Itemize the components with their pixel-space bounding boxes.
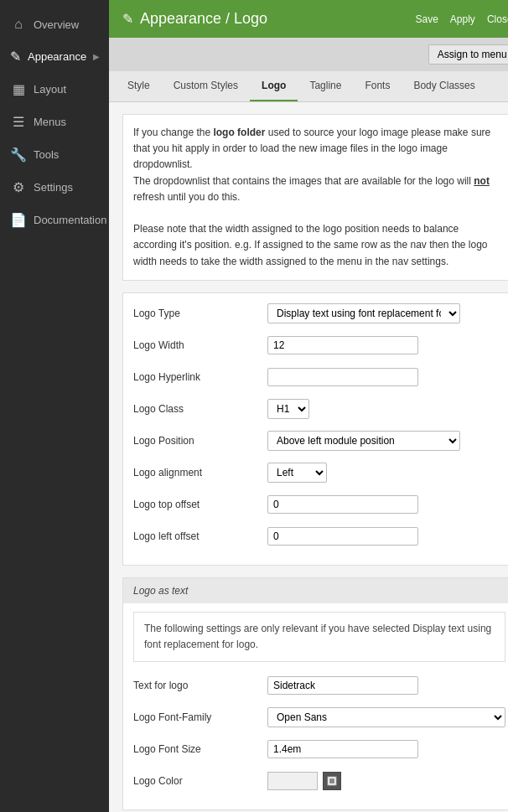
color-picker-icon [327, 776, 337, 786]
tabs-bar: Style Custom Styles Logo Tagline Fonts B… [109, 71, 508, 102]
logo-left-offset-row: Logo left offset [133, 525, 505, 548]
sidebar-item-documentation[interactable]: 📄 Documentation [0, 204, 109, 236]
info-line1-bold: logo folder [213, 127, 265, 138]
logo-left-offset-input[interactable] [267, 527, 418, 546]
color-picker-button[interactable] [323, 772, 341, 790]
logo-width-row: Logo Width [133, 334, 505, 357]
logo-hyperlink-label: Logo Hyperlink [133, 371, 267, 383]
tab-body-classes[interactable]: Body Classes [402, 71, 486, 101]
logo-type-control: Display text using font replacement for … [267, 303, 505, 323]
sidebar-item-settings[interactable]: ⚙ Settings [0, 171, 109, 204]
logo-font-size-row: Logo Font Size [133, 737, 505, 761]
logo-type-select[interactable]: Display text using font replacement for … [267, 303, 460, 323]
info-line2-pre: The dropdownlist that contains the image… [133, 175, 474, 187]
logo-alignment-row: Logo alignment LeftCenterRight [133, 461, 505, 484]
logo-top-offset-control [267, 495, 505, 514]
logo-text-section: Logo as text The following settings are … [122, 577, 508, 810]
close-button[interactable]: Close [484, 12, 508, 27]
assign-to-menu-button[interactable]: Assign to menu [428, 44, 508, 65]
logo-font-family-row: Logo Font-Family Open SansRobotoLatoMont… [133, 706, 505, 729]
logo-top-offset-label: Logo top offset [133, 499, 267, 510]
logo-top-offset-input[interactable] [267, 495, 418, 514]
home-icon: ⌂ [10, 17, 27, 32]
logo-class-row: Logo Class H1H2H3pdiv [133, 397, 505, 421]
logo-font-family-select[interactable]: Open SansRobotoLatoMontserrat [267, 707, 505, 727]
logo-type-row: Logo Type Display text using font replac… [133, 302, 505, 325]
logo-text-section-header: Logo as text [123, 578, 508, 603]
main-content: ✎ Appearance / Logo Save Apply Close Ass… [109, 0, 508, 812]
save-button[interactable]: Save [412, 12, 441, 27]
sidebar-item-label: Appearance [28, 50, 86, 63]
logo-class-control: H1H2H3pdiv [267, 399, 505, 419]
sidebar: ⌂ Overview ✎ Appearance ▶ ▦ Layout ☰ Men… [0, 0, 109, 812]
logo-type-section: Logo Type Display text using font replac… [122, 292, 508, 566]
logo-hyperlink-input[interactable] [267, 368, 418, 386]
logo-color-control [267, 772, 505, 790]
logo-left-offset-label: Logo left offset [133, 530, 267, 542]
text-for-logo-row: Text for logo [133, 674, 505, 697]
sidebar-item-label: Documentation [34, 214, 106, 226]
logo-font-family-control: Open SansRobotoLatoMontserrat [267, 707, 505, 727]
text-for-logo-label: Text for logo [133, 680, 267, 691]
logo-font-size-control [267, 740, 505, 758]
info-line1-pre: If you change the [133, 127, 213, 138]
documentation-icon: 📄 [10, 212, 27, 228]
info-box: If you change the logo folder used to so… [122, 114, 508, 281]
sidebar-item-tools[interactable]: 🔧 Tools [0, 138, 109, 171]
logo-width-control [267, 336, 505, 354]
logo-width-input[interactable] [267, 336, 418, 354]
logo-font-family-label: Logo Font-Family [133, 711, 267, 723]
chevron-right-icon: ▶ [93, 52, 100, 61]
info-line2-bold: not [474, 175, 490, 187]
color-swatch[interactable] [267, 772, 318, 790]
logo-hyperlink-control [267, 368, 505, 386]
edit-icon: ✎ [122, 11, 133, 27]
text-for-logo-control [267, 676, 505, 695]
logo-top-offset-row: Logo top offset [133, 493, 505, 516]
logo-font-size-input[interactable] [267, 740, 418, 758]
layout-icon: ▦ [10, 81, 27, 97]
sidebar-item-label: Overview [34, 18, 79, 31]
tab-style[interactable]: Style [116, 71, 162, 101]
logo-position-label: Logo Position [133, 435, 267, 447]
sidebar-item-menus[interactable]: ☰ Menus [0, 106, 109, 138]
logo-class-label: Logo Class [133, 403, 267, 415]
header: ✎ Appearance / Logo Save Apply Close [109, 0, 508, 38]
tab-custom-styles[interactable]: Custom Styles [162, 71, 250, 101]
logo-class-select[interactable]: H1H2H3pdiv [267, 399, 309, 419]
menus-icon: ☰ [10, 114, 27, 130]
header-actions: Save Apply Close [412, 12, 508, 27]
logo-text-info: The following settings are only relevant… [133, 612, 505, 662]
sidebar-item-label: Layout [34, 83, 66, 96]
logo-text-section-body: The following settings are only relevant… [123, 603, 508, 809]
logo-position-row: Logo Position Above left module position… [133, 429, 505, 453]
sidebar-item-overview[interactable]: ⌂ Overview [0, 8, 109, 40]
content-area: If you change the logo folder used to so… [109, 102, 508, 812]
logo-position-control: Above left module positionHeaderNav [267, 431, 505, 451]
logo-font-size-label: Logo Font Size [133, 743, 267, 755]
header-title-group: ✎ Appearance / Logo [122, 10, 267, 28]
appearance-icon: ✎ [10, 49, 21, 65]
sidebar-item-label: Tools [34, 148, 59, 161]
settings-icon: ⚙ [10, 179, 27, 195]
logo-alignment-select[interactable]: LeftCenterRight [267, 463, 327, 483]
logo-position-select[interactable]: Above left module positionHeaderNav [267, 431, 460, 451]
logo-width-label: Logo Width [133, 339, 267, 351]
text-for-logo-input[interactable] [267, 676, 418, 695]
sidebar-item-label: Menus [34, 116, 66, 128]
svg-rect-1 [329, 778, 334, 784]
logo-color-label: Logo Color [133, 775, 267, 787]
tab-fonts[interactable]: Fonts [353, 71, 402, 101]
logo-type-label: Logo Type [133, 308, 267, 319]
logo-alignment-control: LeftCenterRight [267, 463, 505, 483]
sidebar-item-label: Settings [34, 181, 73, 194]
assign-bar: Assign to menu [109, 38, 508, 71]
tab-logo[interactable]: Logo [250, 71, 298, 101]
sidebar-item-layout[interactable]: ▦ Layout [0, 73, 109, 106]
sidebar-item-appearance[interactable]: ✎ Appearance ▶ [0, 40, 109, 73]
page-title: Appearance / Logo [140, 10, 267, 28]
apply-button[interactable]: Apply [447, 12, 479, 27]
info-line3: Please note that the width assigned to t… [133, 223, 488, 266]
tab-tagline[interactable]: Tagline [298, 71, 353, 101]
logo-alignment-label: Logo alignment [133, 467, 267, 478]
